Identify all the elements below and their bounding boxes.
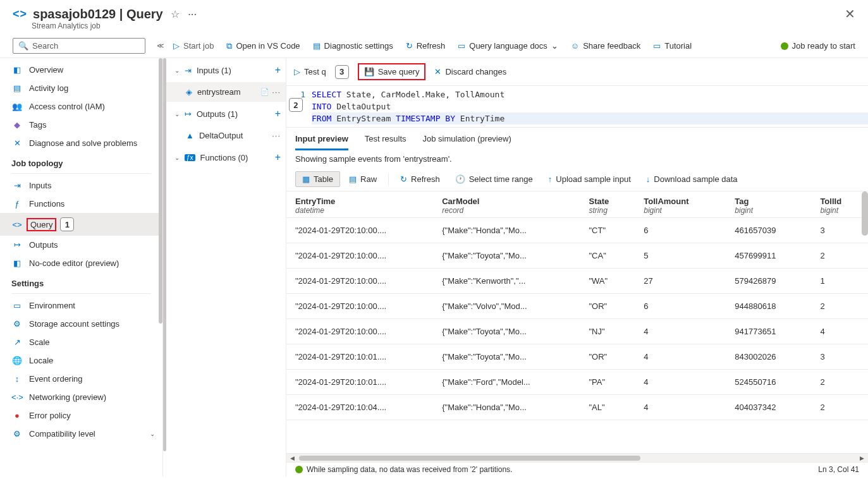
functions-icon: ƒ [11, 199, 23, 209]
nav-access[interactable]: 👥Access control (IAM) [0, 97, 162, 116]
tab-test-results[interactable]: Test results [365, 134, 406, 150]
view-raw-button[interactable]: ▤Raw [343, 172, 383, 186]
favorite-icon[interactable]: ☆ [171, 8, 180, 20]
more-icon[interactable]: ··· [272, 87, 281, 97]
tree-functions[interactable]: ⌄ƒxFunctions (0)+ [163, 145, 286, 169]
nav-query[interactable]: <>Query1 [0, 213, 162, 236]
status-ok-icon [295, 466, 303, 473]
table-row[interactable]: "2024-01-29T20:10:00....{"Make":"Toyota"… [286, 243, 868, 269]
scale-icon: ↗ [11, 337, 23, 347]
status-bar: While sampling data, no data was receive… [286, 462, 868, 476]
collapse-sidebar-icon[interactable]: ≪ [157, 42, 164, 50]
download-icon: ↓ [646, 174, 651, 184]
page-title: spasajob0129 | Query [33, 7, 163, 21]
table-row[interactable]: "2024-01-29T20:10:00....{"Make":"Volvo",… [286, 294, 868, 319]
column-header[interactable]: TollIdbigint [811, 191, 868, 218]
diagnostic-icon: ▤ [313, 41, 321, 51]
lang-docs-button[interactable]: ▭Query language docs⌄ [458, 41, 558, 51]
add-icon[interactable]: + [275, 64, 281, 76]
more-icon[interactable]: ··· [272, 131, 281, 140]
add-icon[interactable]: + [275, 108, 281, 119]
status-ok-icon [781, 42, 788, 50]
scrollbar[interactable] [862, 191, 868, 236]
outputs-icon: ↦ [11, 240, 23, 250]
nav-environment[interactable]: ▭Environment [0, 296, 162, 315]
column-header[interactable]: TollAmountbigint [635, 191, 726, 218]
close-icon[interactable]: ✕ [845, 6, 855, 21]
nav-nocode[interactable]: ◧No-code editor (preview) [0, 254, 162, 272]
nav-storage[interactable]: ⚙Storage account settings [0, 315, 162, 333]
nav-compat[interactable]: ⚙Compatibility level⌄ [0, 425, 162, 443]
scrollbar[interactable] [159, 58, 162, 324]
table-row[interactable]: "2024-01-29T20:10:00....{"Make":"Honda",… [286, 218, 868, 243]
search-input[interactable]: 🔍 Search [13, 38, 145, 54]
add-icon[interactable]: + [275, 152, 281, 163]
time-range-button[interactable]: 🕐Select time range [449, 172, 539, 186]
nocode-icon: ◧ [11, 258, 23, 268]
tutorial-button[interactable]: ▭Tutorial [653, 41, 692, 51]
discard-button[interactable]: ✕Discard changes [434, 67, 506, 76]
column-header[interactable]: Tagbigint [726, 191, 811, 218]
nav-overview[interactable]: ◧Overview [0, 61, 162, 79]
delta-icon: ▲ [186, 131, 194, 140]
nav-locale[interactable]: 🌐Locale [0, 351, 162, 370]
table-row[interactable]: "2024-01-29T20:10:01....{"Make":"Ford","… [286, 370, 868, 395]
table-row[interactable]: "2024-01-29T20:10:00....{"Make":"Kenwort… [286, 269, 868, 294]
command-bar: 🔍 Search ≪ ▷Start job ⧉Open in VS Code ▤… [0, 34, 868, 58]
nav-scale[interactable]: ↗Scale [0, 333, 162, 351]
people-icon: 👥 [11, 102, 23, 111]
nav-activity[interactable]: ▤Activity log [0, 79, 162, 97]
nav-tags[interactable]: ◆Tags [0, 116, 162, 134]
tree-input-entrystream[interactable]: ◈entrystream📄··· [163, 82, 286, 102]
tab-input-preview[interactable]: Input preview [295, 134, 348, 150]
start-job-button[interactable]: ▷Start job [173, 41, 214, 51]
nav-outputs[interactable]: ↦Outputs [0, 236, 162, 254]
editor-toolbar: ▷Test q 3 💾Save query ✕Discard changes [286, 58, 868, 86]
preview-subtitle: Showing sample events from 'entrystream'… [286, 150, 868, 167]
code-editor[interactable]: 1 2 SELECT State, CarModel.Make, TollAmo… [286, 86, 868, 128]
column-header[interactable]: Statestring [580, 191, 635, 218]
gear-icon: ⚙ [11, 319, 23, 329]
h-scrollbar[interactable]: ◀ ▶ [286, 453, 868, 462]
tree-output-delta[interactable]: ▲DeltaOutput··· [163, 126, 286, 145]
refresh-button[interactable]: ↻Refresh [406, 41, 446, 51]
download-button[interactable]: ↓Download sample data [640, 172, 744, 186]
open-vscode-button[interactable]: ⧉Open in VS Code [226, 41, 300, 51]
view-table-button[interactable]: ▦Table [295, 171, 340, 187]
diagnostic-button[interactable]: ▤Diagnostic settings [313, 41, 393, 51]
upload-icon: ↑ [548, 174, 553, 184]
play-icon: ▷ [173, 41, 180, 51]
column-header[interactable]: EntryTimedatetime [286, 191, 433, 218]
nav-functions[interactable]: ƒFunctions [0, 195, 162, 213]
test-query-button[interactable]: ▷Test q [294, 67, 326, 76]
preview-tabs: Input preview Test results Job simulatio… [286, 128, 868, 150]
nav-diagnose[interactable]: ✕Diagnose and solve problems [0, 134, 162, 152]
more-icon[interactable]: ··· [188, 9, 197, 19]
upload-button[interactable]: ↑Upload sample input [542, 172, 637, 186]
tag-icon: ◆ [11, 120, 23, 130]
table-row[interactable]: "2024-01-29T20:10:01....{"Make":"Toyota"… [286, 344, 868, 370]
nav-error-policy[interactable]: ●Error policy [0, 406, 162, 425]
annotation-2: 2 [289, 98, 303, 112]
page-header: < > spasajob0129 | Query ☆ ··· ✕ [0, 0, 868, 24]
status-message: While sampling data, no data was receive… [307, 465, 512, 474]
feedback-button[interactable]: ☺Share feedback [571, 41, 640, 51]
file-icon[interactable]: 📄 [260, 88, 269, 96]
table-row[interactable]: "2024-01-29T20:10:00....{"Make":"Toyota"… [286, 319, 868, 344]
scroll-right-icon[interactable]: ▶ [860, 455, 864, 461]
tools-icon: ✕ [11, 138, 23, 148]
save-query-button[interactable]: 💾Save query [358, 63, 426, 80]
job-status: Job ready to start [781, 41, 855, 51]
nav-networking[interactable]: <·>Networking (preview) [0, 388, 162, 406]
nav-inputs[interactable]: ⇥Inputs [0, 176, 162, 195]
tab-simulation[interactable]: Job simulation (preview) [423, 134, 511, 150]
scroll-left-icon[interactable]: ◀ [290, 455, 295, 461]
column-header[interactable]: CarModelrecord [433, 191, 580, 218]
table-row[interactable]: "2024-01-29T20:10:04....{"Make":"Honda",… [286, 395, 868, 420]
tree-outputs[interactable]: ⌄↦Outputs (1)+ [163, 102, 286, 126]
preview-refresh-button[interactable]: ↻Refresh [394, 172, 446, 186]
tree-inputs[interactable]: ⌄⇥Inputs (1)+ [163, 58, 286, 82]
nav-ordering[interactable]: ↕Event ordering [0, 370, 162, 388]
tutorial-icon: ▭ [653, 41, 661, 51]
resource-icon: < > [13, 8, 25, 21]
